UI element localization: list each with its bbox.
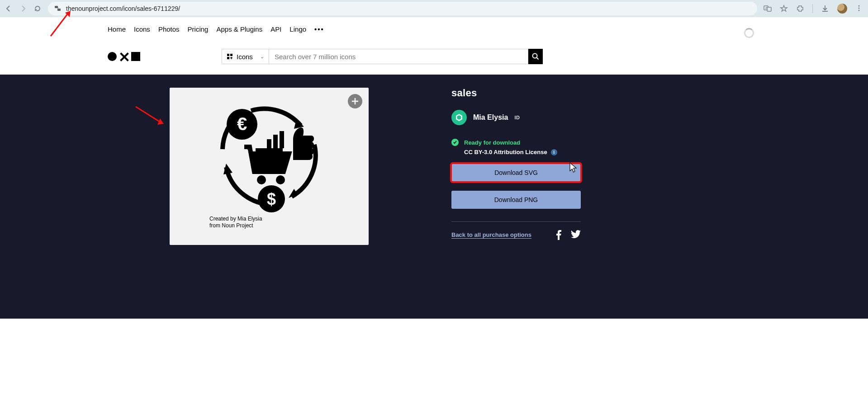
author-badge-icon — [455, 113, 464, 122]
browser-reload-button[interactable] — [33, 5, 42, 13]
search-button[interactable] — [528, 49, 543, 64]
search-icon — [532, 53, 539, 60]
browser-url-text: thenounproject.com/icon/sales-6711229/ — [66, 5, 180, 12]
credit-line-2: from Noun Project — [209, 222, 262, 230]
license-row: CC BY-3.0 Attribution License i — [464, 149, 587, 155]
loading-spinner-icon — [744, 28, 754, 38]
svg-point-17 — [257, 175, 266, 184]
download-svg-button[interactable]: Download SVG — [451, 164, 581, 182]
facebook-icon[interactable] — [555, 230, 563, 240]
plus-icon — [351, 98, 359, 105]
author-name: Mia Elysia — [473, 113, 508, 122]
info-icon[interactable]: i — [551, 149, 557, 155]
svg-text:$: $ — [267, 190, 276, 208]
check-circle-icon — [451, 139, 459, 146]
divider — [451, 221, 581, 222]
nav-icons[interactable]: Icons — [134, 25, 150, 33]
search-category-label: Icons — [237, 53, 253, 61]
svg-point-5 — [859, 5, 860, 7]
nav-api[interactable]: API — [270, 25, 281, 33]
icon-credit: Created by Mia Elysia from Noun Project — [209, 216, 262, 230]
nav-lingo[interactable]: Lingo — [289, 25, 306, 33]
svg-point-11 — [533, 54, 537, 58]
top-nav: Home Icons Photos Pricing Apps & Plugins… — [0, 17, 868, 33]
downloads-icon[interactable] — [821, 5, 829, 13]
svg-rect-16 — [256, 148, 283, 166]
translate-icon[interactable]: A — [764, 5, 772, 13]
browser-address-bar[interactable]: thenounproject.com/icon/sales-6711229/ — [48, 2, 757, 15]
twitter-icon[interactable] — [571, 230, 581, 240]
social-share — [555, 230, 581, 240]
svg-rect-9 — [230, 54, 232, 56]
icon-preview-card: € $ Created by Mia Elysia from Noun Proj… — [170, 88, 369, 245]
browser-forward-button[interactable] — [19, 5, 27, 13]
search-box: Icons ⌄ — [222, 49, 543, 64]
svg-text:€: € — [237, 114, 247, 134]
svg-rect-10 — [227, 57, 229, 59]
svg-point-6 — [859, 8, 860, 9]
license-text: CC BY-3.0 Attribution License — [464, 149, 547, 155]
nav-pricing[interactable]: Pricing — [188, 25, 209, 33]
profile-avatar[interactable] — [837, 4, 847, 14]
svg-rect-8 — [227, 54, 229, 56]
divider — [812, 4, 813, 13]
nav-more[interactable]: ••• — [314, 25, 324, 33]
browser-actions: A — [764, 4, 863, 14]
nav-photos[interactable]: Photos — [158, 25, 180, 33]
svg-text:A: A — [765, 6, 768, 9]
bottom-row: Back to all purchase options — [451, 230, 581, 240]
svg-rect-19 — [267, 139, 271, 148]
icon-title: sales — [451, 87, 587, 99]
download-status: Ready for download — [451, 139, 587, 146]
bookmark-star-icon[interactable] — [780, 5, 788, 13]
browser-chrome: thenounproject.com/icon/sales-6711229/ A — [0, 0, 868, 17]
ready-text: Ready for download — [464, 139, 520, 146]
nav-apps-plugins[interactable]: Apps & Plugins — [216, 25, 262, 33]
author-avatar — [451, 110, 467, 125]
search-row: Icons ⌄ — [108, 49, 543, 64]
nav-home[interactable]: Home — [108, 25, 126, 33]
download-svg-label: Download SVG — [494, 169, 538, 176]
browser-back-button[interactable] — [5, 5, 13, 13]
extensions-icon[interactable] — [796, 5, 804, 13]
chevron-down-icon: ⌄ — [260, 54, 264, 60]
svg-point-7 — [859, 10, 860, 11]
search-category-dropdown[interactable]: Icons ⌄ — [222, 49, 269, 64]
back-to-options-link[interactable]: Back to all purchase options — [451, 231, 531, 239]
author-country: ID — [514, 115, 520, 120]
svg-rect-3 — [767, 7, 771, 11]
logo-square-icon — [131, 52, 140, 61]
credit-line-1: Created by Mia Elysia — [209, 216, 262, 223]
noun-project-logo[interactable] — [108, 52, 140, 61]
sales-icon-preview: € $ — [213, 99, 326, 212]
svg-point-18 — [276, 175, 285, 184]
download-png-button[interactable]: Download PNG — [451, 191, 581, 209]
icons-glyph-icon — [227, 53, 233, 60]
logo-circle-icon — [108, 52, 117, 61]
browser-menu-icon[interactable] — [855, 5, 863, 13]
svg-rect-0 — [55, 6, 58, 8]
add-to-collection-button[interactable] — [348, 94, 362, 108]
logo-x-icon — [119, 52, 128, 61]
site-settings-icon[interactable] — [54, 5, 62, 12]
icon-detail-section: € $ Created by Mia Elysia from Noun Proj… — [0, 75, 868, 319]
icon-info-panel: sales Mia Elysia ID Ready for download C… — [451, 87, 587, 240]
svg-rect-20 — [273, 135, 278, 148]
site-header: Home Icons Photos Pricing Apps & Plugins… — [0, 17, 868, 75]
author-row[interactable]: Mia Elysia ID — [451, 110, 587, 125]
download-png-label: Download PNG — [494, 196, 538, 203]
svg-rect-21 — [280, 131, 284, 148]
search-input[interactable] — [269, 49, 528, 64]
